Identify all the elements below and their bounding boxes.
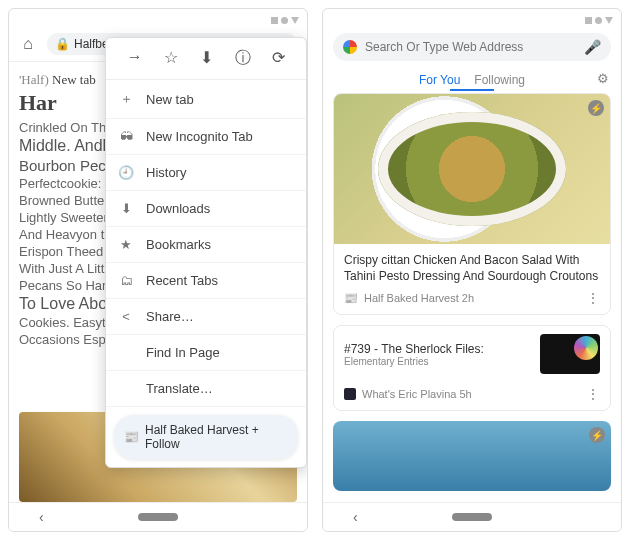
tab-following[interactable]: Following (474, 73, 525, 87)
mic-icon[interactable]: 🎤 (584, 39, 601, 55)
menu-recent-tabs[interactable]: 🗂 Recent Tabs (106, 263, 306, 299)
feed-card-3[interactable]: ⚡ (333, 421, 611, 491)
share-icon: < (118, 309, 134, 324)
menu-incognito[interactable]: 🕶 New Incognito Tab (106, 119, 306, 155)
menu-translate[interactable]: Translate… (106, 371, 306, 407)
history-icon: 🕘 (118, 165, 134, 180)
forward-icon[interactable]: → (127, 48, 143, 69)
card-source: Half Baked Harvest 2h (364, 292, 474, 304)
feed-card-2[interactable]: #739 - The Sherlock Files: Elementary En… (333, 325, 611, 411)
menu-find-in-page[interactable]: Find In Page (106, 335, 306, 371)
feed-card-1[interactable]: ⚡ Crispy cittan Chicken And Bacon Salad … (333, 93, 611, 315)
menu-top-row: → ☆ ⬇ ⓘ ⟳ (106, 38, 306, 80)
tab-for-you[interactable]: For You (419, 73, 460, 87)
url-text: Halfbe (74, 37, 109, 51)
status-dots (323, 9, 621, 27)
search-input[interactable] (363, 39, 578, 55)
lock-icon: 🔒 (55, 37, 70, 51)
home-pill[interactable] (138, 513, 178, 521)
card-source: What's Eric Plavina 5h (362, 388, 472, 400)
menu-bookmarks[interactable]: ★ Bookmarks (106, 227, 306, 263)
back-icon[interactable]: ‹ (353, 509, 358, 525)
card-title: #739 - The Sherlock Files: (344, 342, 484, 356)
card-menu-icon[interactable]: ⋮ (586, 290, 600, 306)
card-title: Crispy cittan Chicken And Bacon Salad Wi… (334, 244, 610, 286)
star-icon[interactable]: ☆ (164, 48, 178, 69)
search-box[interactable]: 🎤 (333, 33, 611, 61)
status-dots (9, 9, 307, 27)
source-icon (344, 388, 356, 400)
feed-tabs: For You Following ⚙ (323, 67, 621, 93)
card-thumbnail (540, 334, 600, 374)
download-icon[interactable]: ⬇ (200, 48, 213, 69)
reload-icon[interactable]: ⟳ (272, 48, 285, 69)
incognito-icon: 🕶 (118, 129, 134, 144)
follow-site-button[interactable]: 📰 Half Baked Harvest + Follow (114, 415, 298, 459)
menu-new-tab[interactable]: ＋ New tab (106, 80, 306, 119)
android-navbar: ‹ (323, 502, 621, 531)
star-menu-icon: ★ (118, 237, 134, 252)
android-navbar: ‹ (9, 502, 307, 531)
download-menu-icon: ⬇ (118, 201, 134, 216)
phone-right: 🎤 For You Following ⚙ ⚡ Crispy cittan Ch… (322, 8, 622, 532)
menu-history[interactable]: 🕘 History (106, 155, 306, 191)
menu-share[interactable]: < Share… (106, 299, 306, 335)
home-pill[interactable] (452, 513, 492, 521)
gear-icon[interactable]: ⚙ (597, 71, 609, 86)
tabs-icon: 🗂 (118, 273, 134, 288)
feed: ⚡ Crispy cittan Chicken And Bacon Salad … (323, 93, 621, 502)
info-icon[interactable]: ⓘ (235, 48, 251, 69)
back-icon[interactable]: ‹ (39, 509, 44, 525)
menu-downloads[interactable]: ⬇ Downloads (106, 191, 306, 227)
plus-icon: ＋ (118, 90, 134, 108)
google-logo-icon (343, 40, 357, 54)
amp-bolt-icon: ⚡ (589, 427, 605, 443)
card-subtitle: Elementary Entries (344, 356, 530, 367)
card-menu-icon[interactable]: ⋮ (586, 386, 600, 402)
amp-bolt-icon: ⚡ (588, 100, 604, 116)
card-image: ⚡ (334, 94, 610, 244)
home-icon[interactable]: ⌂ (19, 35, 37, 53)
overflow-menu: → ☆ ⬇ ⓘ ⟳ ＋ New tab 🕶 New Incognito Tab … (105, 37, 307, 468)
phone-left: ⌂ 🔒 Halfbe 'Half) New tab Har Crinkled O… (8, 8, 308, 532)
site-icon: 📰 (124, 430, 139, 444)
source-icon: 📰 (344, 292, 358, 305)
